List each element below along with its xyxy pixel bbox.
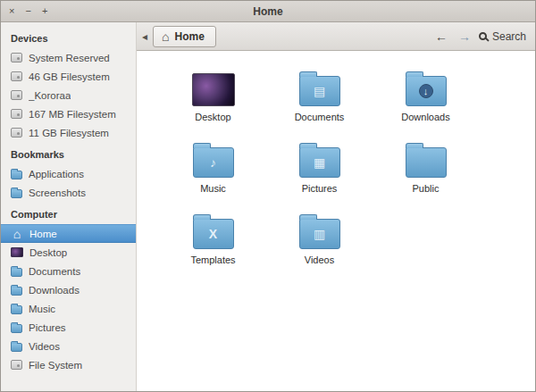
file-grid: Desktop▤Documents↓Downloads♪Music▦Pictur… [137, 51, 535, 391]
file-label: Desktop [195, 112, 230, 122]
sidebar-item-label: Documents [29, 266, 80, 277]
sidebar-item-desktop[interactable]: Desktop [1, 243, 136, 262]
sidebar-item-label: Desktop [29, 247, 67, 258]
folder-icon [11, 171, 22, 179]
folder-icon: ♪ [193, 147, 234, 178]
sidebar-section-bookmarks: BookmarksApplicationsScreenshots [1, 142, 136, 202]
videos-emblem-icon: ▥ [300, 220, 339, 248]
sidebar-item-applications[interactable]: Applications [1, 164, 136, 183]
sidebar-section-computer: Computer⌂HomeDesktopDocumentsDownloadsMu… [1, 202, 136, 374]
titlebar: × − + Home [1, 1, 535, 22]
documents-emblem-icon: ▤ [300, 77, 339, 105]
sidebar-item-label: Applications [29, 169, 84, 179]
back-arrow-icon[interactable]: ← [432, 29, 450, 44]
sidebar-item-11-gb-filesystem[interactable]: 11 GB Filesystem [1, 123, 136, 142]
desktop-thumbnail-icon [192, 73, 235, 106]
sidebar-item-label: Home [29, 229, 57, 239]
pathbar-scroll-left-icon[interactable]: ◂ [142, 30, 147, 43]
sidebar-section-devices: DevicesSystem Reserved46 GB Filesystem_K… [1, 26, 136, 142]
home-icon: ⌂ [162, 31, 169, 42]
sidebar-item-label: Music [29, 304, 55, 314]
drive-icon [11, 71, 22, 81]
file-item-documents[interactable]: ▤Documents [266, 63, 373, 122]
maximize-icon[interactable]: + [42, 6, 47, 16]
folder-icon: ↓ [406, 76, 447, 106]
sidebar-item-label: Screenshots [29, 188, 86, 198]
folder-icon [11, 305, 22, 314]
folder-icon: ▥ [299, 219, 340, 249]
folder-icon [11, 189, 22, 198]
drive-icon [11, 53, 22, 63]
sidebar-sections: DevicesSystem Reserved46 GB Filesystem_K… [1, 26, 136, 374]
file-icon-box: ▥ [299, 206, 340, 249]
file-item-templates[interactable]: XTemplates [160, 206, 266, 265]
drive-icon [11, 90, 22, 100]
file-item-desktop[interactable]: Desktop [160, 63, 266, 122]
sidebar-item-documents[interactable]: Documents [1, 262, 136, 280]
folder-icon: X [193, 219, 234, 249]
file-item-music[interactable]: ♪Music [160, 135, 266, 194]
sidebar-item-downloads[interactable]: Downloads [1, 280, 136, 299]
filesystem-icon [11, 360, 22, 370]
file-label: Music [200, 183, 226, 194]
forward-arrow-icon[interactable]: → [456, 29, 473, 44]
sidebar-item-label: Downloads [29, 285, 80, 296]
search-icon [479, 32, 487, 40]
file-icon-box [192, 63, 235, 106]
search-button[interactable]: Search [479, 30, 526, 43]
folder-icon [11, 324, 22, 333]
templates-emblem-icon: X [194, 220, 233, 248]
file-item-pictures[interactable]: ▦Pictures [266, 135, 373, 194]
downloads-emblem-icon: ↓ [419, 84, 433, 98]
sidebar-item-system-reserved[interactable]: System Reserved [1, 48, 136, 67]
file-icon-box: ♪ [193, 135, 234, 178]
folder-icon [406, 147, 447, 178]
sidebar-item-label: 11 GB Filesystem [29, 128, 109, 138]
sidebar-item-home[interactable]: ⌂Home [1, 224, 136, 243]
sidebar-item-file-system[interactable]: File System [1, 355, 136, 374]
sidebar-item-label: File System [29, 360, 82, 371]
sidebar-item-label: _Kororaa [29, 90, 71, 101]
sidebar-item-kororaa[interactable]: _Kororaa [1, 86, 136, 104]
drive-icon [11, 109, 22, 119]
toolbar: ◂ ⌂ Home ← → Search [137, 22, 535, 51]
breadcrumb-home-button[interactable]: ⌂ Home [153, 26, 216, 47]
sidebar-item-music[interactable]: Music [1, 299, 136, 318]
window-controls: × − + [1, 6, 47, 16]
search-label: Search [492, 30, 526, 43]
file-icon-box: ▦ [299, 135, 340, 178]
folder-icon [11, 287, 22, 296]
drive-icon [11, 128, 22, 138]
window-title: Home [1, 5, 535, 18]
file-label: Pictures [302, 183, 338, 194]
file-label: Videos [305, 254, 334, 265]
file-icon-box [406, 135, 447, 178]
sidebar-item-label: 46 GB Filesystem [29, 71, 110, 82]
minimize-icon[interactable]: − [25, 6, 30, 16]
file-item-videos[interactable]: ▥Videos [266, 206, 373, 265]
folder-icon [11, 268, 22, 277]
file-label: Templates [190, 254, 235, 265]
sidebar-item-167-mb-filesystem[interactable]: 167 MB Filesystem [1, 104, 136, 123]
breadcrumb-label: Home [175, 30, 205, 43]
file-label: Downloads [401, 112, 449, 122]
home-icon: ⌂ [11, 229, 23, 239]
sidebar-item-videos[interactable]: Videos [1, 337, 136, 355]
sidebar: DevicesSystem Reserved46 GB Filesystem_K… [1, 22, 137, 391]
desktop-icon [11, 247, 23, 257]
file-icon-box: ▤ [299, 63, 340, 106]
sidebar-item-pictures[interactable]: Pictures [1, 318, 136, 337]
sidebar-section-title: Computer [1, 202, 136, 224]
sidebar-item-46-gb-filesystem[interactable]: 46 GB Filesystem [1, 67, 136, 86]
file-icon-box: ↓ [406, 63, 447, 106]
pictures-emblem-icon: ▦ [300, 148, 339, 177]
sidebar-section-title: Devices [1, 26, 136, 48]
file-icon-box: X [193, 206, 234, 249]
file-item-public[interactable]: Public [373, 135, 479, 194]
file-label: Public [413, 183, 440, 194]
main-area: ◂ ⌂ Home ← → Search Desktop▤Documents↓Do… [137, 22, 535, 391]
sidebar-section-title: Bookmarks [1, 142, 136, 164]
file-item-downloads[interactable]: ↓Downloads [373, 63, 479, 122]
sidebar-item-screenshots[interactable]: Screenshots [1, 183, 136, 202]
close-icon[interactable]: × [9, 6, 14, 16]
